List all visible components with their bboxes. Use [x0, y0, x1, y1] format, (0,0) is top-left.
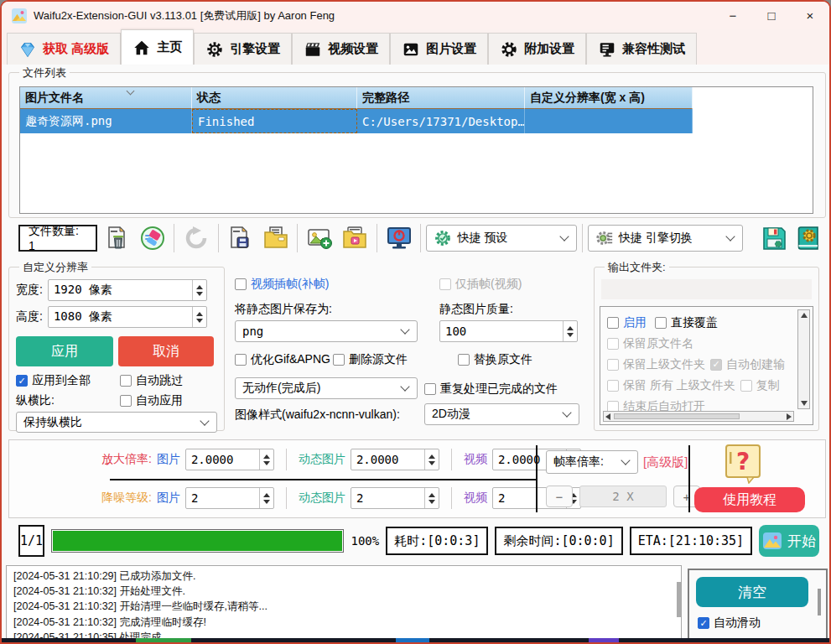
maximize-button[interactable]: □	[752, 2, 791, 29]
spinner-arrows-icon[interactable]	[563, 321, 577, 341]
preset-dropdown[interactable]: 快捷 预设	[426, 225, 576, 252]
autoscroll-checkbox[interactable]: 自动滑动	[698, 615, 761, 631]
separator	[451, 487, 452, 509]
cell-status[interactable]: Finished	[192, 109, 357, 133]
refresh-button[interactable]	[179, 222, 212, 254]
denoise-gif-spinner[interactable]: 2	[351, 487, 439, 509]
auto-create-checkbox[interactable]: 自动创建输	[710, 354, 785, 375]
spinner-arrows-icon[interactable]	[424, 488, 439, 508]
cell-filename[interactable]: 趣奇资源网.png	[20, 109, 192, 133]
tab-image-settings[interactable]: 图片设置	[390, 33, 488, 65]
vertical-scrollbar[interactable]	[797, 309, 810, 409]
quality-spinner[interactable]: 100	[439, 320, 578, 342]
apply-to-all-checkbox[interactable]: 应用到全部	[16, 373, 91, 388]
horizontal-scrollbar[interactable]	[603, 411, 794, 422]
start-button[interactable]: 开始	[759, 525, 819, 557]
format-dropdown[interactable]: png	[235, 320, 418, 342]
log-output[interactable]: [2024-05-31 21:10:29] 已成功添加文件. [2024-05-…	[6, 565, 682, 641]
spinner-arrows-icon[interactable]	[192, 280, 206, 300]
tab-compatibility-test[interactable]: 兼容性测试	[586, 33, 697, 65]
video-label: 视频	[464, 452, 487, 467]
chevron-down-icon	[559, 231, 569, 241]
floppy-save-icon	[761, 225, 787, 252]
scale-gif-spinner[interactable]: 2.0000	[351, 449, 439, 470]
divider	[688, 445, 690, 512]
toolbar-separator	[582, 224, 583, 252]
save-file-list-button[interactable]	[224, 222, 257, 254]
minimize-button[interactable]: −	[714, 2, 752, 29]
chevron-down-icon	[621, 455, 630, 465]
tab-home[interactable]: 主页	[121, 29, 194, 65]
sort-indicator-icon	[127, 87, 135, 96]
engine-switch-dropdown[interactable]: 快捷 引擎切换	[588, 225, 743, 252]
screen-off-button[interactable]	[382, 222, 415, 254]
post-action-dropdown[interactable]: 无动作(完成后)	[235, 377, 418, 399]
column-header-path[interactable]: 完整路径	[357, 87, 525, 109]
column-header-filename[interactable]: 图片文件名	[20, 87, 192, 109]
spinner-arrows-icon[interactable]	[259, 488, 273, 508]
clear-list-button[interactable]	[136, 222, 169, 254]
remove-file-button[interactable]	[100, 222, 132, 254]
enable-output-checkbox[interactable]: 启用	[607, 312, 647, 333]
scroll-up-icon[interactable]	[801, 313, 808, 318]
keep-parent-folder-checkbox[interactable]: 保留上级文件夹	[607, 354, 705, 375]
taskbar-sliver	[2, 638, 829, 642]
framerate-dropdown[interactable]: 帧率倍率:	[546, 450, 638, 474]
auto-skip-checkbox[interactable]: 自动跳过	[120, 373, 183, 388]
toolbar-separator	[174, 224, 174, 252]
output-path-input[interactable]	[601, 279, 812, 299]
checkbox-icon	[120, 395, 132, 407]
tab-get-premium[interactable]: 获取 高级版	[7, 33, 121, 65]
replace-original-checkbox[interactable]: 替换原文件	[458, 352, 532, 367]
cancel-button[interactable]: 取消	[118, 336, 214, 366]
width-spinner[interactable]: 1920 像素	[48, 279, 207, 301]
scale-image-spinner[interactable]: 2.0000	[185, 449, 274, 470]
manual-button[interactable]	[793, 222, 826, 254]
tutorial-button[interactable]: 使用教程	[694, 487, 805, 512]
cell-resolution[interactable]	[525, 109, 693, 133]
column-header-resolution[interactable]: 自定义分辨率(宽 x 高)	[525, 87, 693, 109]
tab-video-settings[interactable]: 视频设置	[292, 33, 390, 65]
height-spinner[interactable]: 1080 像素	[48, 306, 207, 328]
spinner-arrows-icon[interactable]	[192, 307, 206, 327]
spinner-arrows-icon[interactable]	[424, 449, 439, 470]
framerate-minus-button[interactable]: −	[546, 486, 573, 507]
log-scrollbar-thumb[interactable]	[677, 582, 681, 617]
auto-apply-checkbox[interactable]: 自动应用	[120, 393, 183, 408]
delete-source-checkbox[interactable]: 删除源文件	[333, 352, 408, 367]
tab-engine-settings[interactable]: 引擎设置	[194, 33, 292, 65]
preset-gear-icon	[434, 229, 452, 247]
table-row[interactable]: 趣奇资源网.png Finished C:/Users/17371/Deskto…	[20, 109, 813, 133]
optimize-gif-checkbox[interactable]: 优化Gif&APNG	[235, 352, 330, 367]
load-file-list-button[interactable]	[259, 222, 292, 254]
scrollbar-thumb[interactable]	[614, 413, 740, 419]
side-scrollbar-thumb[interactable]	[818, 589, 821, 615]
add-video-button[interactable]	[339, 222, 371, 254]
video-interpolation-checkbox[interactable]: 视频插帧(补帧)	[235, 277, 329, 292]
apply-button[interactable]: 应用	[16, 336, 113, 366]
copy-checkbox[interactable]: 复制	[740, 375, 780, 396]
image-style-dropdown[interactable]: 2D动漫	[424, 403, 579, 425]
tab-extra-settings[interactable]: 附加设置	[488, 33, 586, 65]
keep-all-parent-checkbox[interactable]: 保留 所有 上级文件夹	[607, 375, 735, 396]
close-button[interactable]: ×	[791, 2, 829, 29]
svg-text:?: ?	[736, 448, 750, 475]
spinner-arrows-icon[interactable]	[259, 449, 273, 470]
cell-path[interactable]: C:/Users/17371/Desktop…	[357, 109, 525, 133]
aspect-ratio-dropdown[interactable]: 保持纵横比	[16, 412, 217, 433]
output-folder-label: 输出文件夹:	[605, 260, 669, 275]
save-settings-button[interactable]	[757, 222, 790, 254]
reprocess-checkbox[interactable]: 重复处理已完成的文件	[424, 382, 558, 397]
denoise-image-spinner[interactable]: 2	[185, 487, 274, 509]
clear-log-button[interactable]: 清空	[696, 577, 808, 607]
scroll-down-icon[interactable]	[801, 401, 808, 406]
scroll-left-icon[interactable]	[605, 413, 610, 420]
overwrite-checkbox[interactable]: 直接覆盖	[655, 312, 718, 333]
keep-filename-checkbox[interactable]: 保留原文件名	[607, 333, 794, 354]
column-header-status[interactable]: 状态	[192, 87, 357, 109]
scroll-right-icon[interactable]	[787, 413, 792, 420]
interpolation-only-checkbox[interactable]: 仅插帧(视频)	[439, 277, 522, 292]
progress-percent: 100%	[351, 534, 379, 548]
add-image-button[interactable]	[303, 222, 335, 254]
start-image-icon	[762, 531, 782, 551]
